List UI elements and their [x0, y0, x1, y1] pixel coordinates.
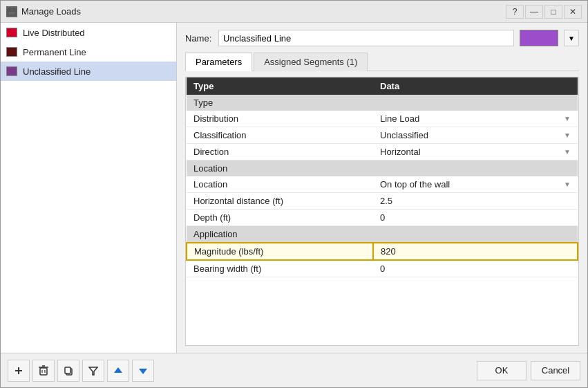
help-button[interactable]: ? [506, 5, 524, 19]
classification-value-cell: Unclassified ▼ [373, 127, 578, 144]
direction-arrow-icon: ▼ [564, 148, 571, 156]
svg-rect-6 [40, 368, 47, 375]
parameters-table: Type Data Type Distribution [186, 77, 578, 277]
window-title: Manage Loads [21, 6, 81, 17]
horizontal-distance-value: 2.5 [373, 193, 578, 210]
parameters-table-container: Type Data Type Distribution [185, 77, 579, 346]
col-type-header: Type [187, 77, 373, 95]
content-area: Live Distributed Permanent Line Unclassi… [1, 23, 587, 353]
section-type-header: Type [187, 95, 578, 111]
close-button[interactable]: ✕ [564, 5, 582, 19]
bottom-bar: OK Cancel [1, 353, 587, 387]
title-bar: Manage Loads ? — □ ✕ [1, 1, 587, 23]
location-arrow-icon: ▼ [564, 181, 571, 188]
distribution-label: Distribution [187, 111, 373, 127]
section-location-header: Location [187, 160, 578, 177]
svg-rect-0 [8, 9, 16, 15]
permanent-line-label: Permanent Line [23, 47, 86, 57]
direction-label: Direction [187, 144, 373, 160]
distribution-value: Line Load [380, 113, 564, 124]
permanent-line-color [6, 47, 17, 57]
classification-label: Classification [187, 127, 373, 144]
section-type-label: Type [187, 95, 578, 111]
magnitude-value: 820 [381, 246, 396, 257]
bearing-width-label: Bearing width (ft) [187, 260, 373, 277]
sidebar-list: Live Distributed Permanent Line Unclassi… [1, 23, 176, 353]
col-data-header: Data [373, 77, 578, 95]
location-label: Location [187, 176, 373, 193]
depth-value: 0 [373, 210, 578, 226]
filter-button[interactable] [82, 360, 104, 382]
table-row: Classification Unclassified ▼ [187, 127, 578, 144]
title-buttons: ? — □ ✕ [506, 5, 582, 19]
horizontal-distance-label: Horizontal distance (ft) [187, 193, 373, 210]
cancel-button[interactable]: Cancel [531, 361, 580, 380]
manage-loads-window: Manage Loads ? — □ ✕ Live Distributed Pe… [0, 0, 588, 388]
direction-dropdown[interactable]: Horizontal ▼ [380, 147, 571, 157]
table-row: Horizontal distance (ft) 2.5 [187, 193, 578, 210]
sidebar-item-unclassified-line[interactable]: Unclassified Line [1, 62, 176, 81]
distribution-value-cell: Line Load ▼ [373, 111, 578, 127]
svg-rect-2 [9, 8, 10, 10]
tab-parameters[interactable]: Parameters [185, 53, 252, 71]
sidebar-item-permanent-line[interactable]: Permanent Line [1, 42, 176, 62]
copy-button[interactable] [57, 360, 79, 382]
svg-marker-15 [139, 369, 147, 374]
depth-label: Depth (ft) [187, 210, 373, 226]
name-input[interactable] [218, 30, 514, 46]
classification-arrow-icon: ▼ [564, 131, 571, 139]
sidebar: Live Distributed Permanent Line Unclassi… [1, 23, 177, 353]
direction-value: Horizontal [380, 147, 564, 157]
bearing-width-value: 0 [373, 260, 578, 277]
tabs: Parameters Assigned Segments (1) [185, 52, 579, 71]
color-picker-button[interactable] [520, 30, 558, 46]
svg-rect-12 [65, 367, 70, 373]
svg-marker-13 [89, 367, 97, 375]
location-dropdown[interactable]: On top of the wall ▼ [380, 179, 571, 190]
location-value: On top of the wall [380, 179, 564, 190]
location-value-cell: On top of the wall ▼ [373, 176, 578, 193]
ok-button[interactable]: OK [477, 361, 527, 380]
live-distributed-color [6, 28, 17, 37]
table-row: Depth (ft) 0 [187, 210, 578, 226]
section-location-label: Location [187, 160, 578, 177]
section-application-header: Application [187, 226, 578, 243]
delete-button[interactable] [32, 360, 55, 382]
magnitude-value-cell[interactable]: 820 [373, 243, 578, 260]
section-application-label: Application [187, 226, 578, 243]
unclassified-line-label: Unclassified Line [23, 66, 91, 77]
magnitude-label: Magnitude (lbs/ft) [187, 243, 373, 260]
name-row: Name: ▼ [185, 30, 579, 46]
svg-rect-3 [13, 8, 15, 10]
table-row: Location On top of the wall ▼ [187, 176, 578, 193]
distribution-arrow-icon: ▼ [564, 115, 571, 122]
classification-dropdown[interactable]: Unclassified ▼ [380, 130, 571, 140]
move-up-button[interactable] [107, 360, 129, 382]
maximize-button[interactable]: □ [544, 5, 562, 19]
bottom-toolbar [8, 360, 154, 382]
minimize-button[interactable]: — [525, 5, 543, 19]
table-row: Magnitude (lbs/ft) 820 [187, 243, 578, 260]
title-bar-left: Manage Loads [6, 6, 81, 17]
table-row: Direction Horizontal ▼ [187, 144, 578, 160]
bottom-actions: OK Cancel [477, 361, 580, 380]
unclassified-line-color [6, 66, 17, 76]
distribution-dropdown[interactable]: Line Load ▼ [380, 113, 571, 124]
svg-marker-14 [114, 367, 122, 373]
table-header-row: Type Data [187, 77, 578, 95]
add-button[interactable] [8, 360, 30, 382]
table-row: Bearing width (ft) 0 [187, 260, 578, 277]
move-down-button[interactable] [132, 360, 154, 382]
table-row: Distribution Line Load ▼ [187, 111, 578, 127]
name-label: Name: [185, 33, 213, 44]
main-panel: Name: ▼ Parameters Assigned Segments (1) [177, 23, 587, 353]
live-distributed-label: Live Distributed [23, 28, 85, 38]
color-dropdown-button[interactable]: ▼ [564, 30, 579, 46]
tab-assigned-segments[interactable]: Assigned Segments (1) [254, 53, 368, 71]
sidebar-item-live-distributed[interactable]: Live Distributed [1, 23, 176, 42]
window-icon [6, 6, 17, 17]
direction-value-cell: Horizontal ▼ [373, 144, 578, 160]
classification-value: Unclassified [380, 130, 564, 140]
